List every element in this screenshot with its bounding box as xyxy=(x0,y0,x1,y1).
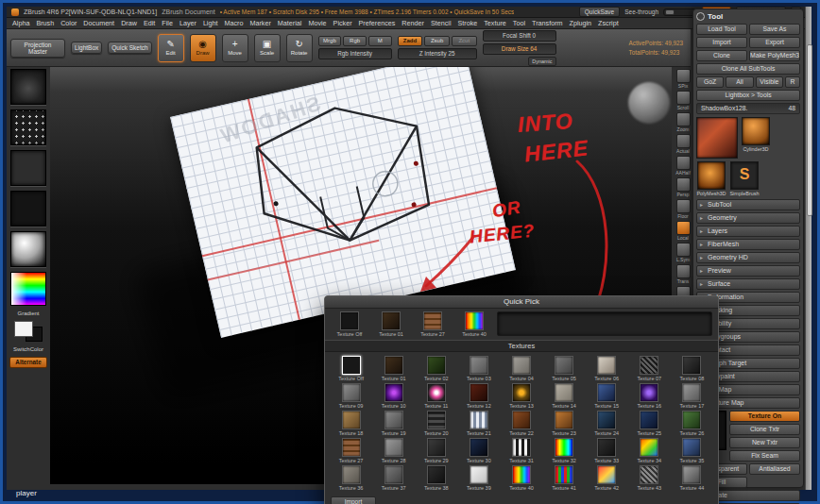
shelf-item-zoom[interactable]: Zoom xyxy=(676,112,691,132)
zadd-button[interactable]: Zadd xyxy=(398,36,423,46)
zsub-button[interactable]: Zsub xyxy=(424,36,450,46)
quicksave-button[interactable]: QuickSave xyxy=(579,7,620,17)
texture-item-texture-42[interactable]: Texture 42 xyxy=(587,465,627,491)
texture-item-texture-43[interactable]: Texture 43 xyxy=(629,465,670,491)
menu-movie[interactable]: Movie xyxy=(308,19,326,27)
menu-macro[interactable]: Macro xyxy=(224,19,243,27)
app-scrollbar[interactable] xyxy=(805,7,811,490)
section-preview[interactable]: ▸Preview xyxy=(696,265,800,277)
texture-item-texture-33[interactable]: Texture 33 xyxy=(587,438,627,463)
primary-color-swatch[interactable] xyxy=(14,321,33,337)
tool-button-import[interactable]: Import xyxy=(696,37,747,48)
section-surface[interactable]: ▸Surface xyxy=(696,278,800,290)
focal-shift-slider[interactable]: Focal Shift 0 xyxy=(483,30,556,42)
texture-item-texture-09[interactable]: Texture 09 xyxy=(331,383,371,409)
texture-item-texture-40[interactable]: Texture 40 xyxy=(455,311,493,337)
texture-item-texture-04[interactable]: Texture 04 xyxy=(501,356,541,381)
menu-render[interactable]: Render xyxy=(401,19,424,27)
texture-item-texture-44[interactable]: Texture 44 xyxy=(672,465,712,491)
texture-item-texture-11[interactable]: Texture 11 xyxy=(416,383,456,409)
texture-item-texture-38[interactable]: Texture 38 xyxy=(416,465,456,491)
menu-layer[interactable]: Layer xyxy=(179,19,196,27)
see-through-slider-thumb[interactable] xyxy=(665,9,675,15)
current-tool-slider[interactable]: ShadowBox128. 48 xyxy=(696,103,800,114)
tool-button-all[interactable]: All xyxy=(726,76,753,88)
menu-marker[interactable]: Marker xyxy=(249,19,270,27)
tool-thumb-cylinder3d[interactable] xyxy=(742,117,770,145)
tool-thumb-current-tool[interactable] xyxy=(696,117,738,159)
texture-item-texture-off[interactable]: Texture Off xyxy=(331,311,368,337)
m-button[interactable]: M xyxy=(368,36,392,46)
section-layers[interactable]: ▸Layers xyxy=(696,226,800,237)
tool-button-clone-all-subtools[interactable]: Clone All SubTools xyxy=(696,63,800,75)
texture-item-texture-23[interactable]: Texture 23 xyxy=(544,411,585,436)
texture-item-texture-40[interactable]: Texture 40 xyxy=(501,465,541,491)
switchcolor-label[interactable]: SwitchColor xyxy=(13,346,43,352)
tool-button-save-as[interactable]: Save As xyxy=(749,24,800,35)
tool-button-load-tool[interactable]: Load Tool xyxy=(696,24,747,35)
menu-transform[interactable]: Transform xyxy=(532,19,562,27)
texture-item-texture-24[interactable]: Texture 24 xyxy=(587,411,627,436)
menu-zplugin[interactable]: Zplugin xyxy=(570,19,592,27)
texture-item-texture-07[interactable]: Texture 07 xyxy=(629,356,670,381)
shelf-item-floor[interactable]: Floor xyxy=(676,199,691,219)
texture-item-texture-08[interactable]: Texture 08 xyxy=(672,356,712,381)
texture-item-texture-34[interactable]: Texture 34 xyxy=(629,438,670,463)
antialiased-button[interactable]: Antialiased xyxy=(749,463,800,475)
texture-item-texture-18[interactable]: Texture 18 xyxy=(331,411,371,436)
z-intensity-slider[interactable]: Z Intensity 25 xyxy=(398,48,477,59)
tool-thumb-simplebrush[interactable]: S xyxy=(730,161,759,190)
menu-draw[interactable]: Draw xyxy=(121,19,137,27)
menu-color[interactable]: Color xyxy=(60,19,77,27)
menu-brush[interactable]: Brush xyxy=(36,19,54,27)
current-texture-thumb[interactable] xyxy=(10,191,46,227)
texture-item-texture-12[interactable]: Texture 12 xyxy=(458,383,499,409)
current-brush-thumb[interactable] xyxy=(10,69,46,105)
shelf-item-local[interactable]: Local xyxy=(676,221,691,241)
tool-button-lightbox-tools[interactable]: Lightbox > Tools xyxy=(696,90,800,101)
texture-item-texture-off[interactable]: Texture Off xyxy=(331,356,371,381)
projection-master-button[interactable]: Projection Master xyxy=(10,39,65,58)
menu-light[interactable]: Light xyxy=(203,19,218,27)
shelf-item-aahalf[interactable]: AAHalf xyxy=(675,156,691,176)
texture-item-texture-27[interactable]: Texture 27 xyxy=(414,311,452,337)
texture-item-texture-15[interactable]: Texture 15 xyxy=(587,383,627,409)
texture-item-texture-41[interactable]: Texture 41 xyxy=(544,465,585,491)
texture-item-texture-37[interactable]: Texture 37 xyxy=(373,465,414,491)
section-fibermesh[interactable]: ▸FiberMesh xyxy=(696,239,800,250)
texture-item-texture-25[interactable]: Texture 25 xyxy=(629,411,670,436)
menu-document[interactable]: Document xyxy=(83,19,114,27)
texture-item-texture-30[interactable]: Texture 30 xyxy=(458,438,499,463)
texture-item-texture-20[interactable]: Texture 20 xyxy=(416,411,456,436)
texture-item-texture-02[interactable]: Texture 02 xyxy=(416,356,456,381)
texture-item-texture-36[interactable]: Texture 36 xyxy=(331,465,371,491)
texture-item-texture-21[interactable]: Texture 21 xyxy=(458,411,499,436)
shelf-item-scroll[interactable]: Scroll xyxy=(676,91,691,110)
mrgb-button[interactable]: Mrgb xyxy=(318,36,342,46)
quick-sketch-button[interactable]: Quick Sketch xyxy=(108,42,151,54)
rotate-mode-button[interactable]: ↻ Rotate xyxy=(286,34,313,62)
texture-item-texture-39[interactable]: Texture 39 xyxy=(458,465,499,491)
tool-button-make-polymesh3d[interactable]: Make PolyMesh3D xyxy=(749,50,800,61)
clone-texture-button[interactable]: Clone Txtr xyxy=(729,424,800,435)
menu-stencil[interactable]: Stencil xyxy=(431,19,452,27)
menu-picker[interactable]: Picker xyxy=(333,19,352,27)
color-picker[interactable] xyxy=(10,272,46,306)
shelf-item-actual[interactable]: Actual xyxy=(676,134,691,154)
texture-item-texture-17[interactable]: Texture 17 xyxy=(672,383,712,409)
texture-item-texture-14[interactable]: Texture 14 xyxy=(544,383,585,409)
move-mode-button[interactable]: + Move xyxy=(222,34,248,62)
section-geometry-hd[interactable]: ▸Geometry HD xyxy=(696,252,800,263)
tool-button-r[interactable]: R xyxy=(785,76,800,88)
draw-mode-button[interactable]: ◉ Draw xyxy=(190,34,216,62)
menu-texture[interactable]: Texture xyxy=(484,19,506,27)
menu-preferences[interactable]: Preferences xyxy=(359,19,396,27)
lightbox-button[interactable]: LightBox xyxy=(71,42,102,54)
shelf-item-trans[interactable]: Trans xyxy=(676,264,691,284)
texture-item-texture-05[interactable]: Texture 05 xyxy=(544,356,585,381)
menu-edit[interactable]: Edit xyxy=(144,19,155,27)
rgb-button[interactable]: Rgb xyxy=(343,36,367,46)
dynamic-toggle[interactable]: Dynamic xyxy=(528,57,555,66)
tool-button-visible[interactable]: Visible xyxy=(756,76,783,88)
section-geometry[interactable]: ▸Geometry xyxy=(696,212,800,224)
